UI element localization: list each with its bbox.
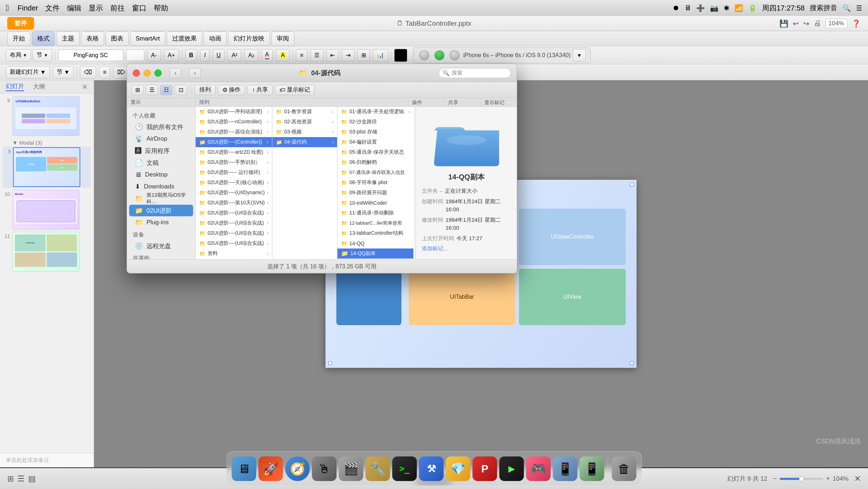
col3-item-1[interactable]: 📁 02-沙盒路径 — [337, 117, 413, 127]
stop-button[interactable]: 暂停 — [7, 17, 34, 30]
sort-btn[interactable]: 排列 — [195, 85, 216, 95]
camera-icon[interactable]: 📷 — [710, 4, 719, 12]
dock-iterm[interactable]: ▶ — [499, 456, 524, 481]
tab-animation[interactable]: 动画 — [204, 31, 227, 46]
tab-slides[interactable]: 幻灯片 — [6, 82, 24, 91]
align-left-btn[interactable]: ⌫ — [80, 66, 96, 78]
zoom-out-btn[interactable]: − — [773, 475, 777, 482]
menu-finder[interactable]: Finder — [18, 4, 38, 12]
sidebar-item-02ui[interactable]: 📁 02UI进阶 — [129, 205, 193, 216]
slide-item[interactable]: 11 Calendar — [3, 232, 91, 272]
col3-item-9[interactable]: 📁 10-initWithCoder — [337, 198, 413, 208]
sidebar-item-desktop[interactable]: 🖥 Desktop — [129, 169, 193, 180]
table-insert-btn[interactable]: ⊞ — [357, 49, 370, 61]
dock-finder[interactable]: 🖥 — [232, 456, 256, 481]
col2-item-3[interactable]: 📁 04-源代码 › — [272, 137, 337, 147]
col1-item-6[interactable]: 📁 02UI进阶----- 运行循环) › — [196, 167, 272, 178]
col3-item-2[interactable]: 📁 03-plist 存储 — [337, 127, 413, 137]
tab-home[interactable]: 开始 — [7, 31, 30, 46]
view-icon-btn[interactable]: ⊞ — [131, 85, 144, 95]
col2-item-2[interactable]: 📁 03-视频 › — [272, 127, 337, 137]
view-list-btn[interactable]: ☰ — [146, 85, 158, 95]
col1-item-14[interactable]: 📁 资料 › — [196, 248, 272, 259]
col3-item-15[interactable]: 📁 xx-自动布局 › — [337, 259, 413, 259]
menu-window[interactable]: 窗口 — [132, 3, 146, 13]
view-column-btn[interactable]: ☷ — [160, 85, 173, 95]
italic-btn[interactable]: I — [200, 49, 209, 61]
tab-smartart[interactable]: SmartArt — [130, 31, 165, 46]
col1-item-13[interactable]: 📁 02UI进阶----(UI综合实战) › — [196, 238, 272, 248]
list-menubar-icon[interactable]: ☰ — [856, 4, 862, 12]
battery-icon[interactable]: 🔋 — [748, 4, 757, 12]
dock-safari[interactable]: 🧭 — [285, 456, 310, 481]
col3-item-0[interactable]: 📁 01-通讯录-开关处理逻辑 › — [337, 107, 413, 117]
col1-item-11[interactable]: 📁 02UI进阶----(UI综合实战) › — [196, 218, 272, 228]
slide-item[interactable]: 8 UITabBarButton — [3, 96, 91, 136]
align-center-btn[interactable]: ≡ — [99, 66, 110, 78]
iphone-dropdown-btn[interactable]: ▼ — [573, 49, 586, 61]
col3-item-12[interactable]: 📁 13-tabbarController结构 — [337, 228, 413, 238]
col3-item-5[interactable]: 📁 06-归档解档 — [337, 157, 413, 167]
add-tag-btn[interactable]: 添加标记... — [422, 245, 511, 252]
font-family-input[interactable] — [58, 50, 123, 61]
col3-item-8[interactable]: 📁 09-路径展开问题 — [337, 188, 413, 198]
highlight-btn[interactable]: A — [276, 49, 290, 61]
col3-item-3[interactable]: 📁 04-偏好设置 — [337, 137, 413, 147]
sidebar-item-documents[interactable]: 📄 文稿 — [129, 157, 193, 169]
dock-terminal[interactable]: >_ — [392, 456, 417, 481]
dock-app1[interactable]: 🎮 — [526, 456, 551, 481]
slide-notes-area[interactable]: 单击此处添加备注 — [0, 453, 94, 467]
dock-xcode[interactable]: ⚒ — [419, 456, 444, 481]
underline-btn[interactable]: U — [213, 49, 225, 61]
maximize-window-btn[interactable] — [154, 69, 162, 77]
col3-item-7[interactable]: 📁 08-字符串像 plist — [337, 178, 413, 188]
tab-table[interactable]: 表格 — [81, 31, 104, 46]
col1-item-1[interactable]: 📁 02UI进阶----nController) › — [196, 117, 272, 127]
zoom-in-btn[interactable]: + — [826, 475, 830, 482]
nav-forward-btn[interactable]: › — [189, 68, 201, 78]
slide-new-btn[interactable]: 新建幻灯片 ▼ — [6, 66, 50, 78]
tab-transition[interactable]: 过渡效果 — [167, 31, 202, 46]
wifi-icon[interactable]: 📶 — [735, 4, 743, 12]
col1-item-3[interactable]: 📁 02UI进阶----(Controller)) › — [196, 137, 272, 147]
share-btn[interactable]: ↑ 共享 — [247, 85, 273, 95]
zoom-slider-thumb[interactable] — [799, 476, 804, 481]
col3-item-10[interactable]: 📁 11-通讯录-滑动删除 — [337, 208, 413, 218]
presenter-btn[interactable]: ▤ — [28, 474, 36, 484]
handle-tr[interactable] — [630, 183, 634, 186]
sidebar-item-heima[interactable]: 📁 第13期黑马iOS学科... — [129, 193, 193, 204]
slide-item[interactable]: 9 App主流UI框架结构 UITab Nav VC — [3, 146, 91, 188]
tab-review[interactable]: 审阅 — [271, 31, 294, 46]
sidebar-item-airdrop[interactable]: 📡 AirDrop — [129, 133, 193, 145]
indent-increase-btn[interactable]: ⇥ — [342, 49, 354, 61]
dock-app3[interactable]: 📱 — [580, 456, 604, 481]
col3-item-13[interactable]: 📁 14-QQ — [337, 238, 413, 248]
col3-item-4[interactable]: 📁 05-通讯录-保存开关状态 — [337, 147, 413, 157]
help-icon[interactable]: ❓ — [852, 19, 861, 28]
header-sort[interactable]: 排列 — [196, 98, 408, 106]
sidebar-item-remote-disc[interactable]: 💿 远程光盘 — [129, 240, 193, 252]
sidebar-item-applications[interactable]: 🅰 应用程序 — [129, 145, 193, 157]
tag-btn[interactable]: 🏷 显示标记 — [275, 85, 315, 95]
plus-icon[interactable]: ➕ — [696, 4, 705, 12]
text-color-preview[interactable] — [394, 49, 407, 62]
list-ordered-btn[interactable]: ☰ — [310, 49, 323, 61]
dock-trash[interactable]: 🗑 — [612, 456, 637, 481]
handle-br[interactable] — [630, 361, 634, 365]
minimize-window-btn[interactable] — [144, 69, 151, 77]
dock-launchpad[interactable]: 🚀 — [259, 456, 283, 481]
col1-item-0[interactable]: 📁 02UI进阶----序列动原理) › — [196, 107, 272, 117]
subscript-btn[interactable]: A₂ — [244, 49, 258, 61]
col3-item-11[interactable]: 📁 12-tabbarC...ller简单使用 — [337, 218, 413, 228]
dock-sketch[interactable]: 💎 — [446, 456, 471, 481]
close-btn[interactable]: ✕ — [854, 474, 861, 484]
menu-edit[interactable]: 编辑 — [67, 3, 81, 13]
col1-item-12[interactable]: 📁 02UI进阶----(UI综合实战) › — [196, 228, 272, 238]
panel-close-icon[interactable]: ✕ — [82, 82, 88, 91]
font-size-input[interactable]: 14 — [126, 50, 144, 61]
col1-item-5[interactable]: 📁 02UI进阶----手势识别） › — [196, 157, 272, 167]
nav-back-btn[interactable]: ‹ — [170, 68, 181, 78]
col2-item-0[interactable]: 📁 01-教学资源 › — [272, 107, 337, 117]
header-display[interactable]: 显示 — [127, 98, 196, 106]
slide-item[interactable]: 10 Modal — [3, 190, 91, 230]
